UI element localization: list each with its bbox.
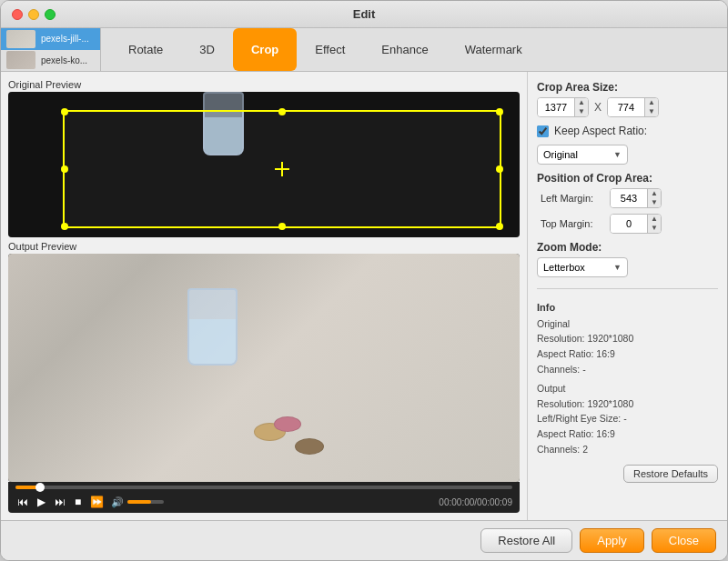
top-margin-up[interactable]: ▲ bbox=[648, 215, 661, 224]
crop-overlay[interactable] bbox=[63, 110, 501, 228]
top-margin-row: Top Margin: ▲ ▼ bbox=[537, 214, 718, 234]
progress-bar[interactable] bbox=[15, 486, 512, 489]
step-forward-button[interactable]: ⏭ bbox=[53, 495, 67, 509]
crop-size-row: ▲ ▼ X ▲ ▼ bbox=[537, 97, 718, 117]
aspect-ratio-dropdown[interactable]: Original ▼ bbox=[537, 145, 628, 165]
close-traffic-light[interactable] bbox=[12, 9, 23, 20]
info-output-eyesize: Left/Right Eye Size: - bbox=[537, 411, 718, 426]
info-original-resolution: Resolution: 1920*1080 bbox=[537, 331, 718, 346]
aspect-ratio-chevron: ▼ bbox=[613, 150, 622, 159]
crop-handle-br[interactable] bbox=[496, 223, 503, 230]
top-margin-arrows: ▲ ▼ bbox=[647, 215, 661, 233]
volume-track[interactable] bbox=[127, 500, 164, 504]
crop-crosshair bbox=[275, 162, 289, 176]
info-section: Info Original Resolution: 1920*1080 Aspe… bbox=[537, 300, 718, 457]
crop-handle-tr[interactable] bbox=[496, 108, 503, 115]
height-spinner[interactable]: ▲ ▼ bbox=[607, 97, 659, 117]
tab-rotate[interactable]: Rotate bbox=[110, 28, 181, 71]
info-output-channels: Channels: 2 bbox=[537, 442, 718, 457]
maximize-traffic-light[interactable] bbox=[45, 9, 56, 20]
time-display: 00:00:00/00:00:09 bbox=[439, 497, 512, 507]
info-original-channels: Channels: - bbox=[537, 362, 718, 377]
keep-aspect-ratio-label: Keep Aspect Ratio: bbox=[554, 125, 647, 137]
main-content: Original Preview bbox=[1, 72, 727, 520]
right-panel: Crop Area Size: ▲ ▼ X ▲ ▼ bbox=[527, 72, 727, 520]
left-margin-up[interactable]: ▲ bbox=[648, 189, 661, 198]
crop-handle-bl[interactable] bbox=[61, 223, 68, 230]
original-preview-label: Original Preview bbox=[8, 79, 520, 90]
zoom-mode-chevron: ▼ bbox=[613, 263, 622, 272]
apply-button[interactable]: Apply bbox=[580, 528, 644, 553]
titlebar: Edit bbox=[1, 1, 727, 28]
position-label: Position of Crop Area: bbox=[537, 172, 718, 185]
output-preview bbox=[8, 254, 520, 482]
traffic-lights bbox=[12, 9, 56, 20]
width-input[interactable] bbox=[538, 98, 574, 116]
tab-crop[interactable]: Crop bbox=[233, 28, 297, 71]
original-preview-section: Original Preview bbox=[8, 79, 520, 237]
divider bbox=[537, 288, 718, 289]
zoom-mode-label: Zoom Mode: bbox=[537, 241, 718, 254]
aspect-ratio-value: Original bbox=[543, 149, 578, 160]
preview-area: Original Preview bbox=[1, 72, 527, 520]
zoom-mode-section: Zoom Mode: Letterbox ▼ bbox=[537, 241, 718, 277]
output-macaron-2 bbox=[295, 438, 324, 455]
left-margin-row: Left Margin: ▲ ▼ bbox=[537, 188, 718, 208]
crop-handle-bm[interactable] bbox=[278, 223, 286, 230]
tab-enhance[interactable]: Enhance bbox=[363, 28, 446, 71]
width-spinner[interactable]: ▲ ▼ bbox=[537, 97, 589, 117]
keep-aspect-ratio-checkbox[interactable] bbox=[537, 125, 549, 137]
tab-effect[interactable]: Effect bbox=[297, 28, 363, 71]
top-margin-input[interactable] bbox=[611, 215, 647, 233]
thumb-image-0 bbox=[6, 30, 35, 48]
output-video-bg bbox=[8, 254, 520, 482]
top-margin-down[interactable]: ▼ bbox=[648, 224, 661, 233]
info-output-title: Output bbox=[537, 381, 718, 396]
left-margin-spinner[interactable]: ▲ ▼ bbox=[610, 188, 662, 208]
top-margin-label: Top Margin: bbox=[541, 218, 604, 229]
height-input[interactable] bbox=[608, 98, 644, 116]
restore-defaults-button[interactable]: Restore Defaults bbox=[623, 465, 718, 483]
close-button[interactable]: Close bbox=[652, 528, 716, 553]
height-up[interactable]: ▲ bbox=[645, 98, 658, 107]
left-margin-input[interactable] bbox=[611, 189, 647, 207]
main-window: Edit pexels-jill-... pexels-ko... Rotate… bbox=[0, 0, 728, 561]
zoom-mode-value: Letterbox bbox=[543, 262, 585, 273]
left-margin-down[interactable]: ▼ bbox=[648, 198, 661, 207]
crop-handle-lm[interactable] bbox=[61, 165, 68, 173]
width-down[interactable]: ▼ bbox=[575, 107, 588, 116]
tab-3d[interactable]: 3D bbox=[181, 28, 233, 71]
bottom-bar: Restore All Apply Close bbox=[1, 520, 727, 560]
crop-handle-tl[interactable] bbox=[61, 108, 68, 115]
left-margin-label: Left Margin: bbox=[541, 193, 604, 204]
crop-handle-tm[interactable] bbox=[278, 108, 286, 115]
skip-end-button[interactable]: ⏩ bbox=[88, 495, 106, 509]
sidebar-item-label-1: pexels-ko... bbox=[41, 55, 87, 65]
restore-all-button[interactable]: Restore All bbox=[480, 528, 572, 553]
volume-bar: 🔊 bbox=[111, 496, 164, 508]
info-output-resolution: Resolution: 1920*1080 bbox=[537, 396, 718, 412]
height-arrows: ▲ ▼ bbox=[644, 98, 658, 116]
sidebar-item-1[interactable]: pexels-ko... bbox=[1, 50, 100, 72]
top-margin-spinner[interactable]: ▲ ▼ bbox=[610, 214, 662, 234]
tab-watermark[interactable]: Watermark bbox=[447, 28, 541, 71]
progress-thumb[interactable] bbox=[35, 483, 45, 492]
minimize-traffic-light[interactable] bbox=[28, 9, 39, 20]
crop-size-label: Crop Area Size: bbox=[537, 81, 718, 94]
keep-aspect-ratio-row: Keep Aspect Ratio: bbox=[537, 125, 718, 137]
output-glass bbox=[187, 288, 238, 366]
position-section: Position of Crop Area: Left Margin: ▲ ▼ … bbox=[537, 172, 718, 234]
play-button[interactable]: ▶ bbox=[35, 495, 47, 509]
crop-size-section: Crop Area Size: ▲ ▼ X ▲ ▼ bbox=[537, 81, 718, 117]
info-original-title: Original bbox=[537, 316, 718, 332]
crop-handle-rm[interactable] bbox=[496, 165, 503, 173]
zoom-mode-dropdown[interactable]: Letterbox ▼ bbox=[537, 257, 628, 277]
sidebar-item-0[interactable]: pexels-jill-... bbox=[1, 28, 100, 50]
height-down[interactable]: ▼ bbox=[645, 107, 658, 116]
width-up[interactable]: ▲ bbox=[575, 98, 588, 107]
controls-row: ⏮ ▶ ⏭ ■ ⏩ 🔊 00:00:00/00:00:09 bbox=[15, 495, 512, 509]
info-original-aspect: Aspect Ratio: 16:9 bbox=[537, 346, 718, 362]
output-macaron-3 bbox=[274, 416, 301, 432]
skip-start-button[interactable]: ⏮ bbox=[15, 495, 30, 509]
stop-button[interactable]: ■ bbox=[73, 495, 83, 509]
